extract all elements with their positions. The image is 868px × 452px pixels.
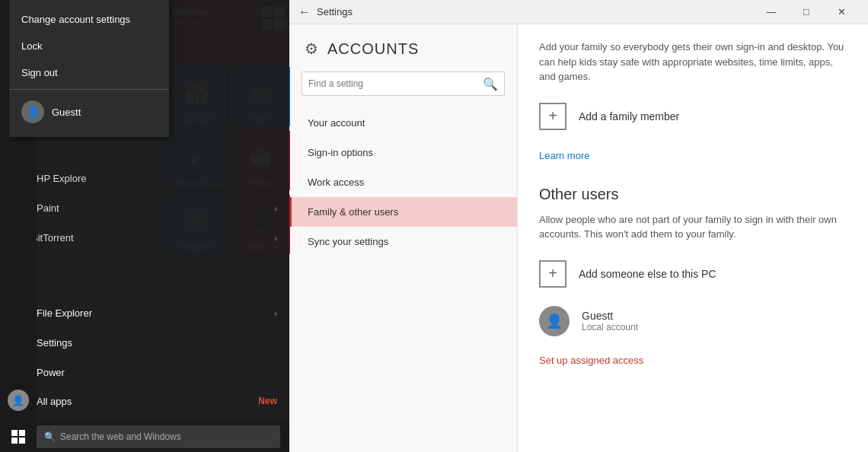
other-users-section: Other users Allow people who are not par… <box>539 186 847 367</box>
search-icon: 🔍 <box>483 77 498 91</box>
file-explorer-label: File Explorer <box>37 307 92 319</box>
svg-rect-6 <box>11 438 18 444</box>
all-apps-item[interactable]: ≡ All apps New <box>0 387 289 415</box>
hp-explore-label: HP Explore <box>37 173 87 184</box>
add-family-row[interactable]: + Add a family member <box>539 97 847 136</box>
all-apps-label: All apps <box>37 396 72 407</box>
other-users-desc: Allow people who are not part of your fa… <box>539 212 847 242</box>
sign-out-label: Sign out <box>21 67 58 78</box>
settings-titlebar: ← Settings — □ ✕ <box>289 0 868 24</box>
paint-arrow: › <box>274 204 277 213</box>
settings-content: Add your family so everybody gets their … <box>518 24 868 452</box>
start-nav-items: 🌐 HP Explore 🎨 Paint › ⬇ BitTorrent › 📁 <box>0 164 289 422</box>
svg-rect-7 <box>19 438 25 444</box>
file-explorer-item[interactable]: 📁 File Explorer › <box>0 298 289 328</box>
guest-type: Local account <box>582 322 638 333</box>
settings-nav: Your account Sign-in options Work access… <box>289 102 517 263</box>
add-someone-plus[interactable]: + <box>539 260 566 288</box>
paint-item[interactable]: 🎨 Paint › <box>0 193 289 223</box>
taskbar-search-box[interactable]: 🔍 Search the web and Windows <box>37 425 280 448</box>
desktop: ← Settings — □ ✕ ⚙ ACCOUNTS 🔍 <box>0 0 868 452</box>
accounts-title: ACCOUNTS <box>327 40 419 58</box>
change-account-label: Change account settings <box>21 14 130 25</box>
sign-out-item[interactable]: Sign out <box>9 59 169 86</box>
set-up-access-link[interactable]: Set up assigned access <box>539 355 643 366</box>
nav-family-other-users[interactable]: Family & other users <box>289 197 517 227</box>
bittorrent-item[interactable]: ⬇ BitTorrent › <box>0 223 289 253</box>
family-desc: Add your family so everybody gets their … <box>539 40 847 84</box>
settings-search-input[interactable] <box>308 78 483 89</box>
power-item[interactable]: ⏻ Power <box>0 358 289 387</box>
start-button[interactable] <box>0 422 37 452</box>
window-controls: — □ ✕ <box>754 0 859 24</box>
settings-header: ⚙ ACCOUNTS <box>289 24 517 65</box>
guest-info: Guestt Local account <box>582 310 638 333</box>
paint-label: Paint <box>37 202 59 214</box>
guest-name: Guestt <box>582 310 638 322</box>
start-user-icon: 👤 <box>3 385 34 415</box>
svg-rect-5 <box>19 430 25 436</box>
guest-user-row[interactable]: 👤 Guestt Local account <box>539 306 847 336</box>
user-dropdown: Change account settings Lock Sign out 👤 … <box>9 0 169 137</box>
nav-sync-settings[interactable]: Sync your settings <box>289 227 517 256</box>
close-button[interactable]: ✕ <box>824 0 859 24</box>
guest-dropdown-avatar: 👤 <box>21 100 44 123</box>
start-bottom-items: 📁 File Explorer › ⚙ Settings ⏻ Power ≡ <box>0 292 289 422</box>
add-family-label: Add a family member <box>579 110 679 123</box>
lock-item[interactable]: Lock <box>9 33 169 59</box>
nav-work-access[interactable]: Work access <box>289 167 517 197</box>
other-users-title: Other users <box>539 186 847 203</box>
guest-dropdown-name: Guestt <box>52 107 81 118</box>
settings-window: ← Settings — □ ✕ ⚙ ACCOUNTS 🔍 <box>289 0 868 452</box>
learn-more-link[interactable]: Learn more <box>539 150 589 161</box>
gear-icon: ⚙ <box>305 40 318 58</box>
maximize-button[interactable]: □ <box>789 0 824 24</box>
settings-item[interactable]: ⚙ Settings <box>0 328 289 358</box>
guest-avatar: 👤 <box>539 306 570 336</box>
taskbar-search-text: Search the web and Windows <box>60 431 181 442</box>
lock-label: Lock <box>21 40 42 52</box>
file-explorer-arrow: › <box>274 309 277 318</box>
power-label: Power <box>37 367 65 378</box>
taskbar-search-icon: 🔍 <box>44 431 56 442</box>
start-avatar: 👤 <box>8 390 29 411</box>
bittorrent-label: BitTorrent <box>31 232 74 244</box>
guest-user-item[interactable]: 👤 Guestt <box>9 93 169 131</box>
bittorrent-arrow: › <box>274 234 277 243</box>
add-family-plus[interactable]: + <box>539 103 566 130</box>
all-apps-badge: New <box>258 396 277 406</box>
hp-explore-item[interactable]: 🌐 HP Explore <box>0 164 289 193</box>
minimize-button[interactable]: — <box>754 0 789 24</box>
settings-search-box[interactable]: 🔍 <box>302 72 505 96</box>
back-button[interactable]: ← <box>298 5 311 19</box>
settings-body: ⚙ ACCOUNTS 🔍 Your account Sign-in option… <box>289 24 868 452</box>
change-account-item[interactable]: Change account settings <box>9 6 169 33</box>
nav-your-account[interactable]: Your account <box>289 108 517 138</box>
add-someone-label: Add someone else to this PC <box>579 268 716 280</box>
start-menu: Change account settings Lock Sign out 👤 … <box>0 0 289 422</box>
settings-sidebar: ⚙ ACCOUNTS 🔍 Your account Sign-in option… <box>289 24 518 452</box>
dropdown-divider <box>9 89 169 90</box>
start-main-area: ☰ 👤 🌐 HP Explore 🎨 Paint › ⬇ <box>0 164 289 422</box>
svg-rect-4 <box>11 430 18 436</box>
nav-sign-in-options[interactable]: Sign-in options <box>289 138 517 167</box>
settings-title: Settings <box>317 6 353 18</box>
settings-label: Settings <box>37 337 72 349</box>
add-someone-row[interactable]: + Add someone else to this PC <box>539 254 847 294</box>
